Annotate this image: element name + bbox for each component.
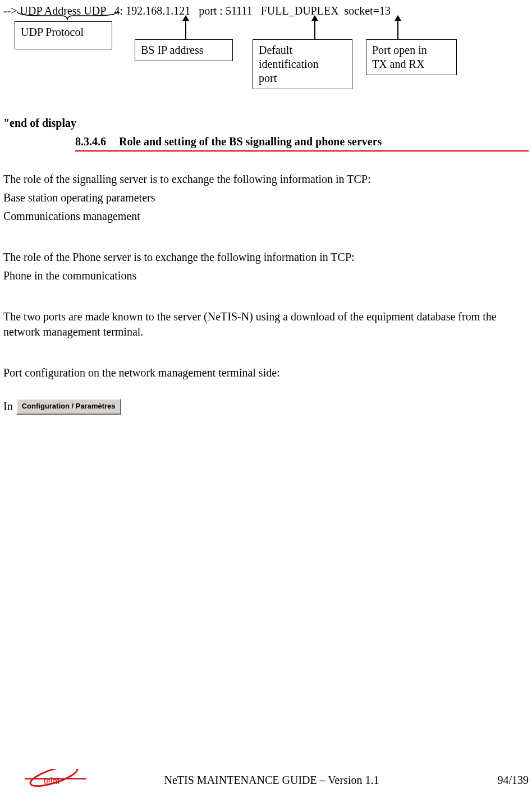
box-udp-protocol: UDP Protocol bbox=[15, 21, 112, 49]
arrow-bs-ip bbox=[185, 16, 186, 39]
para-signalling-role: The role of the signalling server is to … bbox=[3, 172, 529, 187]
end-of-display: "end of display bbox=[3, 116, 529, 131]
page-footer: telm NeTIS MAINTENANCE GUIDE – Version 1… bbox=[3, 769, 529, 792]
para-signalling-item1: Base station operating parameters bbox=[3, 190, 529, 205]
section-heading: 8.3.4.6 Role and setting of the BS signa… bbox=[75, 134, 529, 152]
box-port-open-txrx: Port open inTX and RX bbox=[366, 39, 457, 75]
heading-number: 8.3.4.6 bbox=[75, 134, 106, 149]
para-signalling-item2: Communications management bbox=[3, 209, 529, 224]
para-port-config: Port configuration on the network manage… bbox=[3, 365, 529, 380]
para-ports-known: The two ports are made known to the serv… bbox=[3, 309, 529, 339]
arrow-default-id bbox=[314, 16, 315, 39]
para-phone-item1: Phone in the communications bbox=[3, 268, 529, 283]
in-label: In bbox=[3, 399, 13, 414]
telm-logo: telm bbox=[3, 769, 88, 788]
para-phone-role: The role of the Phone server is to excha… bbox=[3, 250, 529, 265]
logo-text: telm bbox=[44, 776, 60, 786]
footer-page: 94/139 bbox=[444, 773, 529, 788]
curly-brace bbox=[17, 11, 118, 20]
box-default-id-port: Defaultidentificationport bbox=[253, 39, 352, 89]
box-bs-ip-address: BS IP address bbox=[135, 39, 233, 61]
arrow-port-open bbox=[397, 16, 398, 39]
configuration-parametres-button[interactable]: Configuration / Paramètres bbox=[16, 398, 121, 415]
footer-title: NeTIS MAINTENANCE GUIDE – Version 1.1 bbox=[99, 773, 444, 788]
heading-title: Role and setting of the BS signalling an… bbox=[119, 135, 382, 148]
